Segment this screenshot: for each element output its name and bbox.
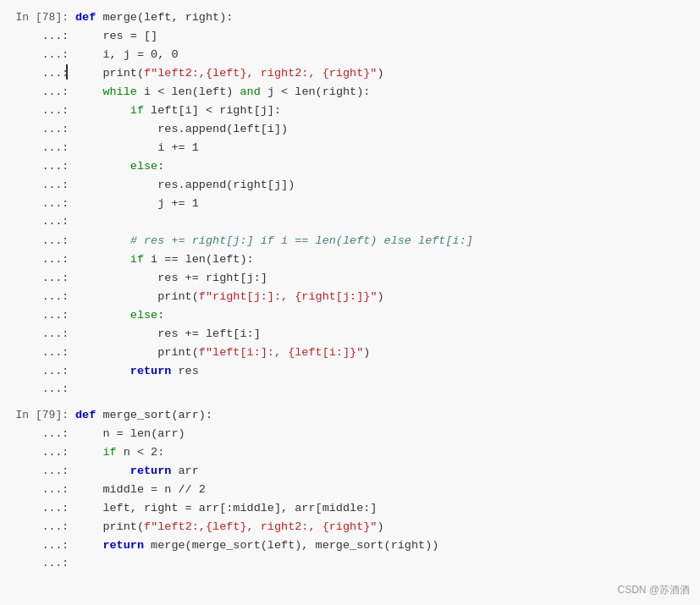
code-line: ...: if left[i] < right[j]: bbox=[0, 102, 700, 120]
code-line: ...: print(f"left2:,{left}, right2:, {ri… bbox=[0, 518, 700, 536]
code-block: In [78]:def merge(left, right): ...: res… bbox=[0, 0, 700, 582]
code-content: else: bbox=[75, 306, 697, 325]
line-prompt: In [78]: bbox=[3, 9, 75, 27]
line-prompt: ...: bbox=[3, 444, 75, 462]
code-content: res.append(right[j]) bbox=[75, 176, 697, 195]
code-line: ...: middle = n // 2 bbox=[0, 481, 700, 499]
code-line: In [79]:def merge_sort(arr): bbox=[0, 406, 700, 425]
line-prompt: ...: bbox=[3, 233, 75, 250]
code-line: ...: res.append(left[i]) bbox=[0, 120, 700, 139]
code-line: In [78]:def merge(left, right): bbox=[0, 8, 700, 27]
code-content: def merge(left, right): bbox=[75, 8, 697, 27]
line-prompt: ...: bbox=[3, 481, 75, 499]
line-prompt: ...: bbox=[3, 195, 75, 213]
code-content: print(f"left2:,{left}, right2:, {right}"… bbox=[75, 64, 697, 83]
code-content: res = [] bbox=[75, 27, 697, 46]
line-prompt: ...: bbox=[3, 363, 75, 381]
line-prompt: ...: bbox=[3, 158, 75, 176]
code-content: res += right[j:] bbox=[75, 269, 697, 288]
line-prompt: ...: bbox=[3, 84, 75, 102]
code-line: ...: res.append(right[j]) bbox=[0, 176, 700, 195]
line-prompt: ...: bbox=[3, 177, 75, 195]
code-content: return merge(merge_sort(left), merge_sor… bbox=[75, 536, 697, 555]
code-content: j += 1 bbox=[75, 195, 697, 213]
code-line: ...: bbox=[0, 555, 700, 574]
code-line: ...: while i < len(left) and j < len(rig… bbox=[0, 83, 700, 102]
code-line: ...: else: bbox=[0, 157, 700, 176]
code-content: # res += right[j:] if i == len(left) els… bbox=[75, 232, 697, 250]
code-line: ...: j += 1 bbox=[0, 195, 700, 213]
line-prompt: ...: bbox=[3, 140, 75, 157]
code-content: def merge_sort(arr): bbox=[75, 406, 697, 425]
line-prompt: ...: bbox=[3, 213, 75, 231]
line-prompt: ...: bbox=[3, 307, 75, 325]
code-line: ...: return arr bbox=[0, 462, 700, 481]
code-content: return res bbox=[75, 362, 697, 381]
code-content: else: bbox=[75, 157, 697, 176]
code-content: print(f"left2:,{left}, right2:, {right}"… bbox=[75, 518, 697, 536]
code-content: n = len(arr) bbox=[75, 425, 697, 443]
code-line: ...: if i == len(left): bbox=[0, 250, 700, 269]
code-line: ...: print(f"left[i:]:, {left[i:]}") bbox=[0, 344, 700, 362]
line-prompt: ...: bbox=[3, 344, 75, 362]
code-line: ...: left, right = arr[:middle], arr[mid… bbox=[0, 499, 700, 518]
line-prompt: ...: bbox=[3, 121, 75, 139]
line-prompt: ...: bbox=[3, 326, 75, 344]
code-line: ...: res += left[i:] bbox=[0, 325, 700, 344]
code-content: res += left[i:] bbox=[75, 325, 697, 344]
code-line: ...: bbox=[0, 381, 700, 399]
code-content: print(f"right[j:]:, {right[j:]}") bbox=[75, 288, 697, 306]
code-line: ...: bbox=[0, 213, 700, 232]
code-content: left, right = arr[:middle], arr[middle:] bbox=[75, 499, 697, 518]
code-content: return arr bbox=[75, 462, 697, 481]
line-prompt: ...: bbox=[3, 381, 75, 399]
code-content: if i == len(left): bbox=[75, 250, 697, 269]
code-line: ...: return res bbox=[0, 362, 700, 381]
watermark: CSDN @苏酒酒 bbox=[617, 582, 690, 598]
line-prompt: ...: bbox=[3, 270, 75, 288]
text-cursor bbox=[66, 64, 68, 80]
line-prompt: ...: bbox=[3, 47, 75, 64]
code-line: ...: print(f"left2:,{left}, right2:, {ri… bbox=[0, 64, 700, 83]
line-prompt: ...: bbox=[3, 102, 75, 120]
code-content: if n < 2: bbox=[75, 443, 697, 462]
code-content: middle = n // 2 bbox=[75, 481, 697, 499]
code-content: i, j = 0, 0 bbox=[75, 46, 697, 64]
code-line: ...: # res += right[j:] if i == len(left… bbox=[0, 232, 700, 250]
code-content: while i < len(left) and j < len(right): bbox=[75, 83, 697, 102]
code-line: ...: else: bbox=[0, 306, 700, 325]
code-line: ...: res += right[j:] bbox=[0, 269, 700, 288]
line-prompt: ...: bbox=[3, 289, 75, 306]
line-prompt: ...: bbox=[3, 463, 75, 481]
code-content: i += 1 bbox=[75, 139, 697, 157]
line-prompt: ...: bbox=[3, 537, 75, 555]
code-line: ...: res = [] bbox=[0, 27, 700, 46]
cell-79: In [79]:def merge_sort(arr): ...: n = le… bbox=[0, 406, 700, 574]
code-line: ...: i += 1 bbox=[0, 139, 700, 157]
line-prompt: ...: bbox=[3, 251, 75, 269]
line-prompt: ...: bbox=[3, 500, 75, 518]
code-line: ...: return merge(merge_sort(left), merg… bbox=[0, 536, 700, 555]
code-line: ...: n = len(arr) bbox=[0, 425, 700, 443]
line-prompt: ...: bbox=[3, 426, 75, 443]
code-line: ...: if n < 2: bbox=[0, 443, 700, 462]
cell-78: In [78]:def merge(left, right): ...: res… bbox=[0, 8, 700, 399]
line-prompt: ...: bbox=[3, 65, 75, 83]
code-content: print(f"left[i:]:, {left[i:]}") bbox=[75, 344, 697, 362]
line-prompt: ...: bbox=[3, 555, 75, 573]
code-line: ...: i, j = 0, 0 bbox=[0, 46, 700, 64]
line-prompt: ...: bbox=[3, 28, 75, 46]
line-prompt: ...: bbox=[3, 519, 75, 536]
code-content: if left[i] < right[j]: bbox=[75, 102, 697, 120]
code-content: res.append(left[i]) bbox=[75, 120, 697, 139]
line-prompt: In [79]: bbox=[3, 407, 75, 425]
code-line: ...: print(f"right[j:]:, {right[j:]}") bbox=[0, 288, 700, 306]
